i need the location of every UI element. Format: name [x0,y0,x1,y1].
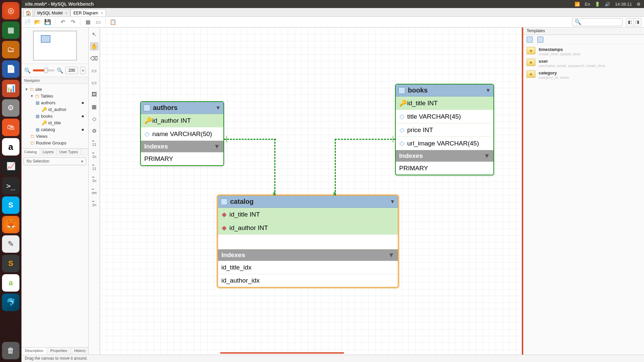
unity-launcher: ◎ ▦ 🗂 📄 📊 ⚙ 🛍 a 📈 >_ S 🦊 ✎ S a 🐬 🗑 [0,0,21,362]
zoom-out-icon[interactable]: 🔍 [24,67,31,74]
zoom-slider[interactable] [33,69,55,71]
tab-mysql-model[interactable]: MySQL Model× [34,9,70,16]
dash-icon[interactable]: ◎ [2,2,19,19]
tree-node-column[interactable]: id_title [48,120,61,125]
window-title: site.mwb* - MySQL Workbench [25,1,94,7]
tree-node-schema[interactable]: site [35,87,42,92]
selection-dropdown[interactable]: No Selection▾ [23,157,86,165]
collapse-icon[interactable]: ▼ [390,199,395,205]
zoom-in-icon[interactable]: 🔍 [57,67,63,74]
hand-tool[interactable]: ✋ [90,42,98,50]
horizontal-scrollbar[interactable] [220,352,344,354]
rel-n-m-tool[interactable]: ━n:m [90,187,98,195]
tab-description[interactable]: Description [21,348,47,355]
collapse-icon[interactable]: ▼ [215,105,221,111]
eraser-tool[interactable]: ⌫ [90,54,98,62]
collapse-icon[interactable]: ▼ [484,152,490,160]
save-button[interactable]: 💾 [44,19,51,25]
system-monitor-icon[interactable]: 📈 [2,158,19,175]
tree-node-views[interactable]: Views [36,134,47,139]
libreoffice-impress-icon[interactable]: 📊 [2,80,19,97]
view-tool[interactable]: ◇ [90,115,98,123]
tree-node-routines[interactable]: Routine Groups [36,140,66,145]
tree-node-column[interactable]: id_author [48,107,66,112]
new-file-button[interactable]: 📄 [24,19,31,25]
files-icon[interactable]: 🗂 [2,41,19,58]
export-button[interactable]: 📋 [110,19,116,25]
tab-layers[interactable]: Layers [40,149,57,155]
erd-table-books[interactable]: books▼ 🔑id_title INT ◇title VARCHAR(45) … [395,84,494,175]
diagram-tools: ↖ ✋ ⌫ ▭ ▭ 🖼 ▦ ◇ ⚙ ━1:1 ━1:n ━1:1 ━1:n ━n… [89,27,100,355]
birds-eye[interactable] [21,27,88,64]
battery-icon[interactable]: 🔋 [595,2,600,7]
template-item[interactable]: ★timestampscreate_time, update_time [525,46,642,57]
search-input[interactable]: 🔍 [572,18,623,26]
tab-history[interactable]: History [71,348,89,355]
template-item[interactable]: ★categorycategory_id, name [525,69,642,81]
firefox-icon[interactable]: 🦊 [2,216,19,233]
software-center-icon[interactable]: 🛍 [2,119,19,136]
session-icon[interactable]: ⚙ [637,2,641,7]
tree-node-table[interactable]: books [41,114,53,119]
rel-1-1-id-tool[interactable]: ━1:1 [90,163,98,171]
tab-catalog[interactable]: Catalog [21,149,40,155]
collapse-icon[interactable]: ▼ [214,143,220,150]
routine-tool[interactable]: ⚙ [90,127,98,135]
gedit-icon[interactable]: ✎ [2,235,19,253]
app-icon[interactable]: a [2,274,19,292]
tree-node-table[interactable]: catalog [41,127,55,132]
star-icon: ★ [527,59,535,66]
close-icon[interactable]: × [65,11,67,15]
libreoffice-writer-icon[interactable]: 📄 [2,60,19,78]
column-name: id_author INT [229,224,268,232]
volume-icon[interactable]: 🔊 [605,2,610,7]
catalog-tree[interactable]: ▼🗀site ▼🗀Tables ▦authors● 🔑id_author ▦bo… [21,84,88,148]
tab-user-types[interactable]: User Types [57,149,81,155]
column-name: title VARCHAR(45) [407,113,461,120]
close-icon[interactable]: × [101,11,103,15]
open-file-button[interactable]: 📂 [34,19,41,25]
terminal-icon[interactable]: >_ [2,177,19,194]
note-tool[interactable]: ▭ [90,78,98,86]
diagram-canvas[interactable]: authors▼ 🔑id_author INT ◇name VARCHAR(50… [100,27,522,355]
tree-node-table[interactable]: authors [41,100,55,105]
home-tab[interactable]: 🏠 [23,9,33,16]
rel-1-1-tool[interactable]: ━1:1 [90,139,98,147]
rel-existing-tool[interactable]: ━1:n [90,199,98,207]
grid-toggle-button[interactable]: ▦ [85,19,91,25]
star-icon: ★ [527,47,535,54]
network-icon[interactable]: 📶 [575,2,580,7]
tree-node-tables[interactable]: Tables [41,94,53,99]
rel-1-n-id-tool[interactable]: ━1:n [90,175,98,183]
sublime-icon[interactable]: S [2,255,19,272]
libreoffice-calc-icon[interactable]: ▦ [2,21,19,39]
tab-eer-diagram[interactable]: EER Diagram× [70,9,106,16]
erd-table-authors[interactable]: authors▼ 🔑id_author INT ◇name VARCHAR(50… [140,101,224,166]
clock[interactable]: 14:38:11 [615,2,632,7]
redo-button[interactable]: ↷ [69,19,76,25]
undo-button[interactable]: ↶ [59,19,66,25]
settings-icon[interactable]: ⚙ [2,99,19,117]
trash-icon[interactable]: 🗑 [2,342,19,359]
erd-table-catalog[interactable]: catalog▼ ◆id_title INT ◆id_author INT In… [217,195,398,288]
rel-1-n-tool[interactable]: ━1:n [90,151,98,159]
table-tool[interactable]: ▦ [90,103,98,111]
collapse-icon[interactable]: ▼ [388,251,394,259]
keyboard-layout-indicator[interactable]: En [585,2,590,7]
pointer-tool[interactable]: ↖ [90,30,98,38]
collapse-icon[interactable]: ▼ [485,87,491,94]
layer-tool[interactable]: ▭ [90,66,98,74]
toggle-left-panel-button[interactable]: ◧ [626,18,634,26]
image-tool[interactable]: 🖼 [90,90,98,99]
amazon-icon[interactable]: a [2,138,19,156]
mysql-workbench-icon[interactable]: 🐬 [2,294,19,311]
zoom-dropdown[interactable]: ▾ [80,67,86,74]
template-item[interactable]: ★userusername, email, password, create_t… [525,57,642,69]
align-button[interactable]: ▭ [95,19,101,25]
toggle-right-panel-button[interactable]: ◨ [634,18,641,26]
template-type-icon[interactable] [537,37,543,43]
template-type-icon[interactable] [527,37,533,43]
skype-icon[interactable]: S [2,196,19,214]
tab-properties[interactable]: Properties [47,348,71,355]
zoom-value[interactable]: 200 [65,67,78,74]
